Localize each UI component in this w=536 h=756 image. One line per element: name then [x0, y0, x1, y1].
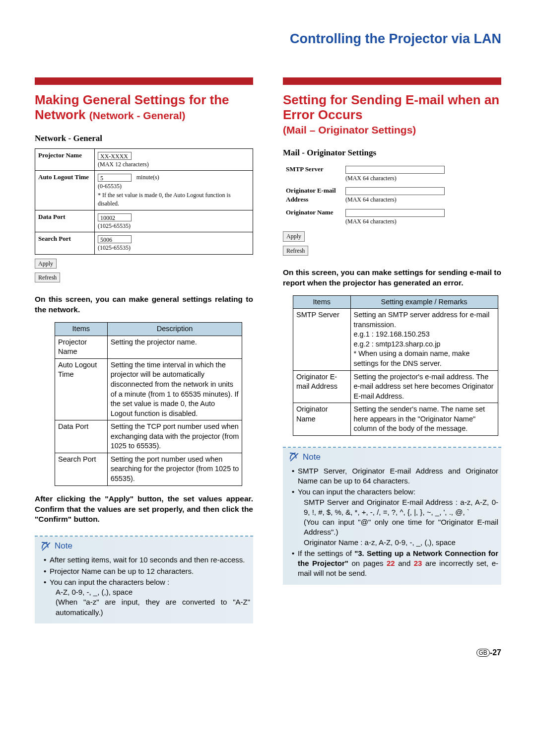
- list-item: SMTP Server, Originator E-mail Address a…: [292, 466, 498, 486]
- red-bar: [35, 77, 253, 85]
- smtp-input[interactable]: [345, 166, 445, 174]
- list-item: You can input the characters below : A-Z…: [44, 577, 250, 618]
- left-column: Making General Settings for the Network …: [35, 77, 253, 623]
- smtp-hint: (MAX 64 characters): [345, 175, 397, 182]
- left-intro: On this screen, you can make general set…: [35, 294, 253, 315]
- left-heading-sub: (Network - General): [89, 110, 186, 121]
- note-text: You can input the characters below :: [50, 578, 169, 586]
- search-port-range: (1025-65535): [98, 244, 131, 251]
- cell-desc: Setting the time interval in which the p…: [107, 358, 242, 420]
- left-after-para: After clicking the "Apply" button, the s…: [35, 494, 253, 525]
- note-label: Note: [55, 541, 72, 552]
- projector-name-input[interactable]: XX-XXXX: [98, 152, 132, 160]
- label-auto-logout: Auto Logout Time: [35, 171, 95, 210]
- search-port-input[interactable]: 5006: [98, 235, 132, 243]
- left-note-list: After setting items, wait for 10 seconds…: [38, 555, 250, 618]
- auto-logout-unit: minute(s): [136, 174, 159, 181]
- list-item: After setting items, wait for 10 seconds…: [44, 555, 250, 565]
- label-data-port: Data Port: [35, 210, 95, 232]
- cell-desc: Setting the port number used when search…: [107, 453, 242, 485]
- table-row: Auto Logout TimeSetting the time interva…: [55, 358, 242, 420]
- label-search-port: Search Port: [35, 232, 95, 255]
- right-note-list: SMTP Server, Originator E-mail Address a…: [286, 466, 498, 579]
- left-heading: Making General Settings for the Network …: [35, 93, 253, 122]
- apply-button[interactable]: Apply: [283, 231, 305, 241]
- cell-desc: Setting the projector name.: [107, 336, 242, 358]
- orig-name-hint: (MAX 64 characters): [345, 218, 397, 225]
- cell-desc: Setting the TCP port number used when ex…: [107, 420, 242, 453]
- cell-item: Auto Logout Time: [55, 358, 108, 420]
- list-item: If the settings of "3. Setting up a Netw…: [292, 549, 498, 579]
- orig-name-input[interactable]: [345, 209, 445, 217]
- left-desc-table: Items Description Projector NameSetting …: [55, 322, 242, 485]
- apply-button[interactable]: Apply: [35, 259, 57, 269]
- right-desc-table: Items Setting example / Remarks SMTP Ser…: [293, 295, 498, 436]
- mail-originator-form: SMTP Server (MAX 64 characters) Originat…: [283, 163, 501, 228]
- note-sub: Originator Name : a-z, A-Z, 0-9, -, _, (…: [298, 538, 498, 548]
- note-sub: A-Z, 0-9, -, _, (,), space: [50, 587, 250, 597]
- label-projector-name: Projector Name: [35, 148, 95, 171]
- page-footer: GB-27: [35, 647, 501, 658]
- note-sub: (You can input "@" only one time for "Or…: [298, 517, 498, 538]
- page-number: -27: [490, 648, 501, 657]
- auto-logout-note: * If the set value is made 0, the Auto L…: [98, 192, 231, 207]
- page-link-22[interactable]: 22: [387, 559, 395, 567]
- list-item: Projector Name can be up to 12 character…: [44, 566, 250, 576]
- label-smtp: SMTP Server: [283, 163, 342, 185]
- right-heading-sub: (Mail – Originator Settings): [283, 124, 416, 136]
- note-text: You can input the characters below:: [298, 487, 415, 496]
- th-desc: Description: [107, 323, 242, 336]
- refresh-button[interactable]: Refresh: [35, 273, 60, 282]
- orig-email-hint: (MAX 64 characters): [345, 196, 397, 203]
- projector-name-hint: (MAX 12 characters): [98, 161, 149, 168]
- table-row: Projector NameSetting the projector name…: [55, 336, 242, 358]
- cell-item: Search Port: [55, 453, 108, 485]
- cell-auto-logout: 5 minute(s) (0-65535) * If the set value…: [95, 171, 253, 210]
- cell-desc: Setting the sender's name. The name set …: [350, 403, 498, 436]
- page-title: Controlling the Projector via LAN: [35, 30, 501, 48]
- note-icon: [41, 541, 52, 552]
- right-form-title: Mail - Originator Settings: [283, 147, 501, 159]
- th-desc: Setting example / Remarks: [350, 295, 498, 309]
- cell-item: SMTP Server: [293, 309, 351, 370]
- cell-orig-name: (MAX 64 characters): [342, 206, 501, 228]
- table-row: Originator NameSetting the sender's name…: [293, 403, 498, 436]
- note-label: Note: [303, 452, 321, 463]
- cell-search-port: 5006 (1025-65535): [95, 232, 253, 255]
- right-note-area: Note SMTP Server, Originator E-mail Addr…: [283, 448, 501, 585]
- network-general-form: Projector Name XX-XXXX (MAX 12 character…: [35, 148, 253, 255]
- th-items: Items: [55, 323, 108, 336]
- data-port-range: (1025-65535): [98, 222, 131, 229]
- gb-badge: GB: [476, 649, 490, 657]
- table-row: Data PortSetting the TCP port number use…: [55, 420, 242, 453]
- orig-email-input[interactable]: [345, 187, 445, 195]
- cell-desc: Setting an SMTP server address for e-mai…: [350, 309, 498, 370]
- auto-logout-input[interactable]: 5: [98, 174, 132, 182]
- label-orig-name: Originator Name: [283, 206, 342, 228]
- cell-smtp: (MAX 64 characters): [342, 163, 501, 185]
- data-port-input[interactable]: 10002: [98, 213, 132, 221]
- cell-item: Data Port: [55, 420, 108, 453]
- right-heading-main: Setting for Sending E-mail when an Error…: [283, 92, 499, 122]
- page-link-23[interactable]: 23: [414, 559, 422, 567]
- red-bar: [283, 77, 501, 85]
- cell-item: Projector Name: [55, 336, 108, 358]
- note-text: and: [395, 559, 414, 567]
- right-heading: Setting for Sending E-mail when an Error…: [283, 93, 501, 136]
- table-row: Search PortSetting the port number used …: [55, 453, 242, 485]
- refresh-button[interactable]: Refresh: [283, 246, 308, 256]
- table-row: SMTP ServerSetting an SMTP server addres…: [293, 309, 498, 370]
- cell-orig-email: (MAX 64 characters): [342, 184, 501, 206]
- list-item: You can input the characters below: SMTP…: [292, 487, 498, 548]
- table-row: Originator E-mail AddressSetting the pro…: [293, 370, 498, 403]
- note-sub: SMTP Server and Originator E-mail Addres…: [298, 497, 498, 518]
- cell-item: Originator E-mail Address: [293, 370, 351, 403]
- right-intro: On this screen, you can make settings fo…: [283, 268, 501, 288]
- right-column: Setting for Sending E-mail when an Error…: [283, 77, 501, 623]
- left-note-area: Note After setting items, wait for 10 se…: [35, 537, 253, 623]
- cell-desc: Setting the projector's e-mail address. …: [350, 370, 498, 403]
- note-text: If the settings of: [298, 549, 354, 557]
- left-form-title: Network - General: [35, 133, 253, 144]
- auto-logout-range: (0-65535): [98, 183, 122, 190]
- label-orig-email: Originator E-mail Address: [283, 184, 342, 206]
